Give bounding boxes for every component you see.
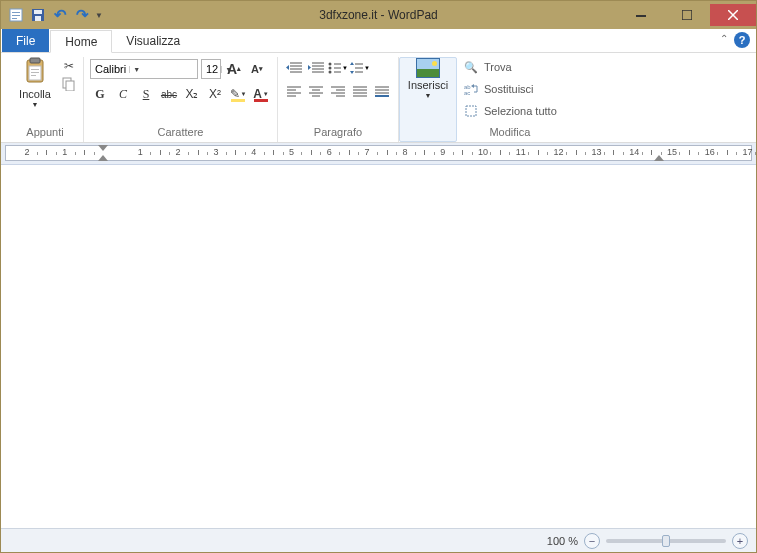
replace-button[interactable]: abacSostituisci <box>463 79 534 99</box>
right-margin-marker[interactable] <box>654 155 664 161</box>
tab-file[interactable]: File <box>2 29 49 52</box>
copy-icon[interactable] <box>61 77 77 91</box>
ribbon-tabs: File Home Visualizza ⌃ ? <box>1 29 756 53</box>
svg-rect-18 <box>66 81 74 91</box>
svg-rect-14 <box>31 69 39 70</box>
insert-picture-button[interactable]: Inserisci ▼ <box>406 58 450 99</box>
replace-icon: abac <box>463 82 479 96</box>
svg-rect-7 <box>636 15 646 17</box>
group-font: Calibri▼ 12▼ A▴ A▾ G C S abc X₂ X² ✎▼ A▼… <box>84 57 278 142</box>
grow-font-icon[interactable]: A▴ <box>224 60 244 78</box>
zoom-in-button[interactable]: + <box>732 533 748 549</box>
statusbar: 100 % − + <box>1 528 756 552</box>
save-icon[interactable] <box>29 6 47 24</box>
svg-rect-16 <box>31 75 36 76</box>
collapse-ribbon-icon[interactable]: ⌃ <box>720 33 728 44</box>
indent-top-marker[interactable] <box>98 145 108 151</box>
svg-marker-23 <box>286 65 289 70</box>
svg-rect-2 <box>12 15 20 16</box>
font-color-button[interactable]: A▼ <box>251 85 271 103</box>
svg-rect-3 <box>12 18 17 19</box>
group-font-label: Carattere <box>158 124 204 142</box>
align-center-button[interactable] <box>306 83 326 101</box>
select-all-icon <box>463 104 479 118</box>
group-paragraph-label: Paragrafo <box>314 124 362 142</box>
qat-dropdown-icon[interactable]: ▼ <box>95 11 103 20</box>
select-all-button[interactable]: Seleziona tutto <box>463 101 557 121</box>
bold-button[interactable]: G <box>90 85 110 103</box>
svg-rect-5 <box>34 10 42 14</box>
minimize-button[interactable] <box>618 4 664 26</box>
strike-button[interactable]: abc <box>159 85 179 103</box>
group-clipboard: Incolla ▼ ✂ Appunti <box>7 57 84 142</box>
svg-rect-1 <box>12 12 20 13</box>
indent-button[interactable] <box>306 59 326 77</box>
underline-button[interactable]: S <box>136 85 156 103</box>
highlight-button[interactable]: ✎▼ <box>228 85 248 103</box>
align-right-button[interactable] <box>328 83 348 101</box>
svg-text:ac: ac <box>464 90 470 95</box>
svg-marker-62 <box>471 84 474 88</box>
app-icon[interactable] <box>7 6 25 24</box>
align-left-button[interactable] <box>284 83 304 101</box>
picture-icon <box>416 58 440 78</box>
justify-button[interactable] <box>350 83 370 101</box>
zoom-out-button[interactable]: − <box>584 533 600 549</box>
maximize-button[interactable] <box>664 4 710 26</box>
italic-button[interactable]: C <box>113 85 133 103</box>
svg-rect-15 <box>31 72 39 73</box>
quick-access-toolbar: ↶ ↷ ▼ <box>1 6 103 24</box>
svg-rect-63 <box>466 106 476 116</box>
bullets-button[interactable]: ▼ <box>328 59 348 77</box>
line-spacing-button[interactable]: ▼ <box>350 59 370 77</box>
group-clipboard-label: Appunti <box>26 124 63 142</box>
zoom-value: 100 % <box>547 535 578 547</box>
tab-home[interactable]: Home <box>50 30 112 53</box>
svg-rect-8 <box>682 10 692 20</box>
svg-marker-28 <box>308 65 311 70</box>
find-button[interactable]: 🔍Trova <box>463 57 512 77</box>
find-icon: 🔍 <box>463 60 479 74</box>
superscript-button[interactable]: X² <box>205 85 225 103</box>
svg-marker-39 <box>350 71 354 74</box>
paste-button[interactable]: Incolla ▼ <box>13 57 57 108</box>
ruler-area: 211234567891011121314151617 <box>1 143 756 165</box>
undo-icon[interactable]: ↶ <box>51 6 69 24</box>
subscript-button[interactable]: X₂ <box>182 85 202 103</box>
svg-rect-12 <box>30 58 40 63</box>
group-insert: Inserisci ▼ . <box>399 57 457 142</box>
paragraph-dialog-button[interactable] <box>372 83 392 101</box>
tab-view[interactable]: Visualizza <box>112 29 194 52</box>
shrink-font-icon[interactable]: A▾ <box>247 60 267 78</box>
indent-bottom-marker[interactable] <box>98 155 108 161</box>
font-size-combo[interactable]: 12▼ <box>201 59 221 79</box>
group-editing: 🔍Trova abacSostituisci Seleziona tutto M… <box>457 57 563 142</box>
document-area[interactable] <box>1 165 756 528</box>
titlebar: ↶ ↷ ▼ 3dfxzone.it - WordPad <box>1 1 756 29</box>
group-paragraph: ▼ ▼ Paragrafo <box>278 57 399 142</box>
zoom-slider[interactable] <box>606 539 726 543</box>
ruler[interactable]: 211234567891011121314151617 <box>5 145 752 161</box>
svg-rect-6 <box>35 16 41 21</box>
font-name-combo[interactable]: Calibri▼ <box>90 59 198 79</box>
insert-label: Inserisci <box>408 79 448 91</box>
zoom-slider-thumb[interactable] <box>662 535 670 547</box>
redo-icon[interactable]: ↷ <box>73 6 91 24</box>
help-icon[interactable]: ? <box>734 32 750 48</box>
svg-marker-38 <box>350 62 354 65</box>
svg-point-31 <box>329 71 332 74</box>
insert-caret-icon: ▼ <box>425 92 432 99</box>
paste-caret-icon: ▼ <box>32 101 39 108</box>
outdent-button[interactable] <box>284 59 304 77</box>
svg-point-30 <box>329 67 332 70</box>
ribbon: Incolla ▼ ✂ Appunti Calibri▼ 12▼ A▴ <box>1 53 756 143</box>
cut-icon[interactable]: ✂ <box>61 59 77 73</box>
close-button[interactable] <box>710 4 756 26</box>
group-editing-label: Modifica <box>489 124 530 142</box>
paste-label: Incolla <box>19 88 51 100</box>
svg-point-29 <box>329 63 332 66</box>
